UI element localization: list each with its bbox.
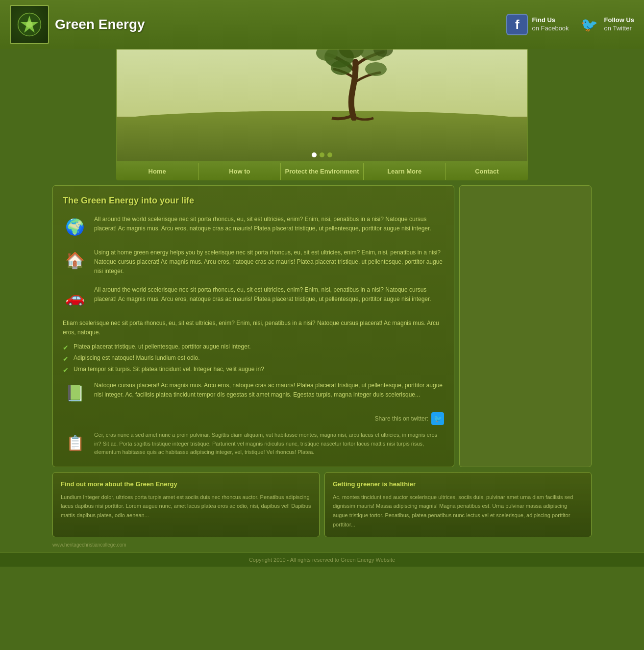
house-icon: 🏠 <box>63 248 87 273</box>
social-area: f Find Us on Facebook 🐦 Follow Us on Twi… <box>506 14 634 35</box>
header: Green Energy f Find Us on Facebook 🐦 Fol… <box>0 0 644 49</box>
footer-url: www.heritagechristiancollege.com <box>52 542 592 548</box>
hero-dot-1[interactable] <box>312 152 317 157</box>
logo-icon <box>17 12 42 37</box>
car-icon: 🚗 <box>63 285 87 310</box>
hero-dot-3[interactable] <box>327 152 332 157</box>
facebook-icon: f <box>506 14 528 35</box>
svg-point-8 <box>331 60 352 75</box>
checkmark-3-icon: ✔ <box>63 366 69 374</box>
book-block: 📗 Natoque cursus placerat! Ac magnis mus… <box>63 381 444 405</box>
info-block-3: 🚗 All around the world scelerisque nec s… <box>63 285 444 310</box>
book-text: Natoque cursus placerat! Ac magnis mus. … <box>94 381 444 400</box>
notes-text: Ger, cras nunc a sed amet nunc a proin p… <box>94 431 444 457</box>
hero-tree <box>302 49 400 122</box>
notes-icon: 📋 <box>63 431 87 455</box>
nav-home[interactable]: Home <box>116 163 198 180</box>
etiam-paragraph: Etiam scelerisque nec sit porta rhoncus,… <box>63 319 444 337</box>
check-item-1: ✔ Platea placerat tristique, ut pellente… <box>63 343 444 351</box>
footer-copyright: Copyright 2010 - All rights reserved to … <box>0 552 644 567</box>
nav-learn[interactable]: Learn More <box>364 163 446 180</box>
bottom-box-2-text: Ac, montes tincidunt sed auctor sceleris… <box>333 493 583 529</box>
info-text-2: Using at home green energy helps you by … <box>94 248 444 276</box>
twitter-share-label: Share this on twitter: <box>375 415 428 422</box>
book-icon: 📗 <box>63 381 87 405</box>
bottom-box-2-title: Getting greener is healthier <box>333 480 583 488</box>
bottom-box-2: Getting greener is healthier Ac, montes … <box>324 472 592 538</box>
nav-contact[interactable]: Contact <box>446 163 528 180</box>
check-item-3: ✔ Urna tempor sit turpis. Sit platea tin… <box>63 366 444 374</box>
globe-icon: 🌍 <box>63 215 87 239</box>
twitter-link[interactable]: 🐦 Follow Us on Twitter <box>579 14 634 35</box>
check-text-3: Urna tempor sit turpis. Sit platea tinci… <box>74 366 264 373</box>
right-sidebar <box>459 185 592 467</box>
notes-block: 📋 Ger, cras nunc a sed amet nunc a proin… <box>63 431 444 457</box>
bottom-box-1-text: Lundium Integer dolor, ultrices porta tu… <box>61 493 311 520</box>
twitter-label: Follow Us on Twitter <box>604 16 634 33</box>
info-text-1: All around the world scelerisque nec sit… <box>94 215 444 233</box>
facebook-label: Find Us on Facebook <box>532 16 569 33</box>
site-title: Green Energy <box>55 17 145 32</box>
check-item-2: ✔ Adipiscing est natoque! Mauris lundium… <box>63 354 444 363</box>
twitter-share-button[interactable]: 🐦 <box>431 412 444 425</box>
hero-banner <box>116 49 528 162</box>
info-block-1: 🌍 All around the world scelerisque nec s… <box>63 215 444 239</box>
checkmark-1-icon: ✔ <box>63 344 69 351</box>
info-block-2: 🏠 Using at home green energy helps you b… <box>63 248 444 276</box>
hero-dot-2[interactable] <box>320 152 324 157</box>
nav-howto[interactable]: How to <box>198 163 281 180</box>
checkmark-2-icon: ✔ <box>63 355 69 363</box>
check-text-1: Platea placerat tristique, ut pellentesq… <box>74 343 251 350</box>
bottom-box-1: Find out more about the Green Energy Lun… <box>52 472 320 538</box>
svg-point-2 <box>26 21 32 27</box>
bottom-box-1-title: Find out more about the Green Energy <box>61 480 311 488</box>
main-content-wrapper: The Green Energy into your life 🌍 All ar… <box>52 185 592 467</box>
twitter-bird-icon: 🐦 <box>579 14 600 35</box>
check-text-2: Adipiscing est natoque! Mauris lundium e… <box>74 354 199 361</box>
facebook-link[interactable]: f Find Us on Facebook <box>506 14 569 35</box>
nav-protect[interactable]: Protect the Environment <box>281 163 363 180</box>
info-text-3: All around the world scelerisque nec sit… <box>94 285 444 304</box>
logo-box <box>10 5 49 44</box>
bottom-section: Find out more about the Green Energy Lun… <box>52 472 592 538</box>
logo-area: Green Energy <box>10 5 145 44</box>
hero-dots <box>312 152 332 157</box>
twitter-share-row: Share this on twitter: 🐦 <box>63 412 444 425</box>
navigation: Home How to Protect the Environment Lear… <box>116 162 528 180</box>
content-area: The Green Energy into your life 🌍 All ar… <box>52 185 454 467</box>
svg-point-9 <box>365 62 387 76</box>
page-heading: The Green Energy into your life <box>63 196 444 206</box>
